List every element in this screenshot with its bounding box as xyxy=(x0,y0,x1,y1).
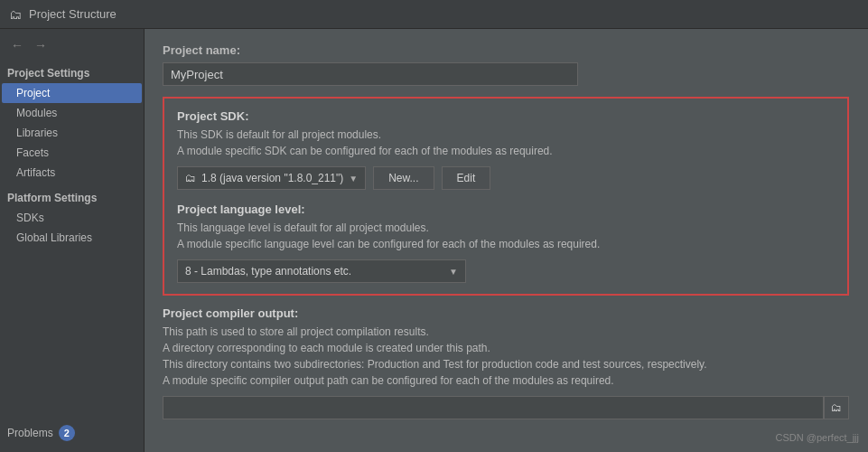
watermark: CSDN @perfect_jjj xyxy=(776,432,859,443)
sdk-desc1: This SDK is default for all project modu… xyxy=(177,127,835,159)
lang-dropdown-arrow-icon: ▼ xyxy=(449,267,458,277)
sdk-dropdown-icon: 🗂 xyxy=(185,172,196,184)
lang-dropdown[interactable]: 8 - Lambdas, type annotations etc. ▼ xyxy=(177,259,466,283)
lang-dropdown-row: 8 - Lambdas, type annotations etc. ▼ xyxy=(177,259,835,283)
project-name-label: Project name: xyxy=(163,43,850,57)
project-settings-header: Project Settings xyxy=(0,61,144,83)
lang-desc: This language level is default for all p… xyxy=(177,220,835,252)
sidebar: ← → Project Settings Project Modules Lib… xyxy=(0,29,145,452)
sidebar-item-modules[interactable]: Modules xyxy=(2,103,142,123)
main-container: ← → Project Settings Project Modules Lib… xyxy=(0,29,868,452)
folder-icon: 🗂 xyxy=(831,401,842,414)
problems-row[interactable]: Problems 2 xyxy=(0,421,144,445)
sidebar-item-sdks[interactable]: SDKs xyxy=(2,208,142,228)
new-sdk-button[interactable]: New... xyxy=(373,166,434,190)
forward-button[interactable]: → xyxy=(31,36,51,54)
sdk-dropdown-arrow-icon: ▼ xyxy=(349,174,358,184)
sidebar-item-facets[interactable]: Facets xyxy=(2,143,142,163)
compiler-desc: This path is used to store all project c… xyxy=(163,324,849,389)
title-bar: 🗂 Project Structure xyxy=(0,0,868,29)
sidebar-item-global-libraries[interactable]: Global Libraries xyxy=(2,228,142,248)
lang-dropdown-value: 8 - Lambdas, type annotations etc. xyxy=(185,265,351,278)
nav-buttons: ← → xyxy=(0,33,144,61)
project-name-input[interactable] xyxy=(163,62,578,86)
title-bar-text: Project Structure xyxy=(29,7,117,21)
edit-sdk-button[interactable]: Edit xyxy=(442,166,491,190)
sdk-dropdown[interactable]: 🗂 1.8 (java version "1.8.0_211") ▼ xyxy=(177,166,366,190)
sdk-dropdown-value: 1.8 (java version "1.8.0_211") xyxy=(201,172,343,184)
highlighted-section: Project SDK: This SDK is default for all… xyxy=(163,97,849,296)
title-bar-icon: 🗂 xyxy=(9,7,22,22)
sdk-title: Project SDK: xyxy=(177,109,835,123)
problems-label: Problems xyxy=(7,427,53,439)
sidebar-item-libraries[interactable]: Libraries xyxy=(2,123,142,143)
sidebar-item-project[interactable]: Project xyxy=(2,83,142,103)
compiler-output-folder-button[interactable]: 🗂 xyxy=(824,396,849,419)
compiler-title: Project compiler output: xyxy=(163,306,849,320)
lang-title: Project language level: xyxy=(177,202,835,216)
sdk-row: 🗂 1.8 (java version "1.8.0_211") ▼ New..… xyxy=(177,166,835,190)
content-area: Project name: Project SDK: This SDK is d… xyxy=(145,29,868,452)
back-button[interactable]: ← xyxy=(7,36,27,54)
platform-settings-header: Platform Settings xyxy=(0,186,144,208)
problems-badge: 2 xyxy=(59,425,75,441)
compiler-section: Project compiler output: This path is us… xyxy=(163,306,849,419)
compiler-output-input[interactable] xyxy=(163,396,824,419)
sidebar-item-artifacts[interactable]: Artifacts xyxy=(2,163,142,183)
compiler-output-row: 🗂 xyxy=(163,396,849,419)
